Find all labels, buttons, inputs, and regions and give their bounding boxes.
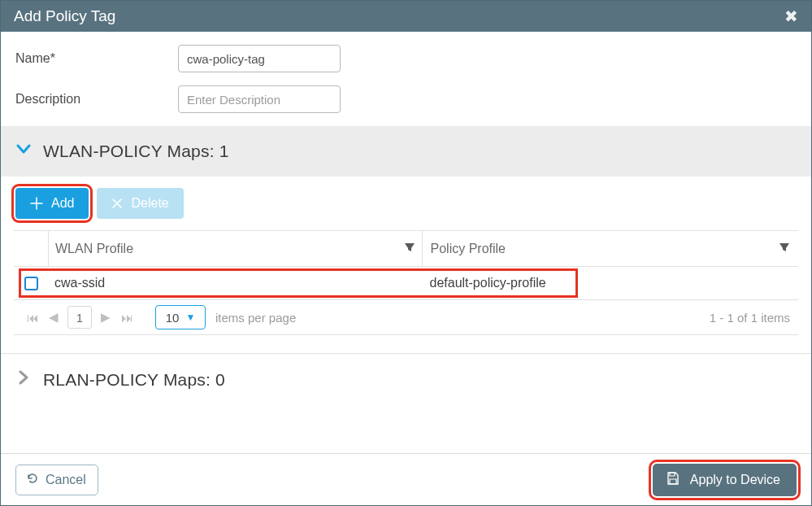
prev-page-icon[interactable]: ◀ — [43, 310, 64, 325]
pager-summary: 1 - 1 of 1 items — [710, 311, 790, 325]
dialog-body: Name* Description WLAN-POLICY Maps: 1 Ad… — [1, 32, 811, 453]
wlan-policy-grid: WLAN Profile Policy Profile cw — [14, 230, 798, 335]
row-checkbox-cell[interactable] — [14, 277, 48, 290]
add-button-label: Add — [51, 196, 74, 211]
items-per-page-select[interactable]: 10 ▼ — [155, 305, 206, 329]
filter-icon[interactable] — [779, 242, 790, 256]
table-row[interactable]: cwa-ssid default-policy-profile — [14, 267, 798, 299]
plus-icon — [30, 197, 43, 210]
wlan-profile-cell: cwa-ssid — [48, 276, 422, 290]
save-icon — [666, 471, 680, 489]
first-page-icon[interactable]: ⏮ — [22, 311, 43, 325]
name-label: Name* — [15, 51, 178, 66]
wlan-profile-value: cwa-ssid — [54, 276, 105, 290]
cancel-button-label: Cancel — [46, 473, 86, 487]
description-label: Description — [15, 92, 178, 107]
description-row: Description — [15, 85, 797, 113]
x-icon — [111, 198, 123, 209]
chevron-right-icon — [15, 369, 32, 390]
close-icon[interactable]: ✖ — [784, 8, 798, 24]
items-per-page-label: items per page — [215, 311, 296, 325]
delete-button-label: Delete — [131, 196, 168, 211]
apply-button-label: Apply to Device — [690, 473, 780, 487]
grid-header: WLAN Profile Policy Profile — [14, 231, 798, 267]
items-per-page-value: 10 — [166, 311, 180, 325]
chevron-down-icon — [15, 141, 32, 162]
pager: ⏮ ◀ 1 ▶ ⏭ 10 ▼ items per page 1 - 1 of 1… — [14, 299, 798, 335]
next-page-icon[interactable]: ▶ — [95, 310, 116, 325]
wlan-profile-header[interactable]: WLAN Profile — [48, 231, 422, 266]
cancel-button[interactable]: Cancel — [15, 465, 98, 495]
name-row: Name* — [15, 45, 797, 72]
last-page-icon[interactable]: ⏭ — [116, 311, 137, 325]
add-policy-tag-dialog: Add Policy Tag ✖ Name* Description WLAN-… — [0, 0, 812, 506]
rlan-section-title: RLAN-POLICY Maps: 0 — [43, 370, 225, 390]
filter-icon[interactable] — [404, 242, 415, 256]
undo-icon — [26, 472, 39, 488]
caret-down-icon: ▼ — [185, 312, 195, 323]
policy-profile-value: default-policy-profile — [430, 276, 546, 290]
policy-profile-header[interactable]: Policy Profile — [422, 231, 799, 266]
description-input[interactable] — [178, 85, 341, 113]
dialog-titlebar: Add Policy Tag ✖ — [1, 1, 811, 32]
wlan-policy-section-header[interactable]: WLAN-POLICY Maps: 1 — [1, 126, 811, 177]
page-number[interactable]: 1 — [67, 306, 92, 329]
name-input[interactable] — [178, 45, 341, 72]
row-checkbox[interactable] — [24, 277, 38, 290]
policy-profile-cell: default-policy-profile — [422, 276, 799, 290]
delete-button[interactable]: Delete — [97, 188, 183, 219]
policy-profile-header-label: Policy Profile — [431, 242, 506, 256]
dialog-title: Add Policy Tag — [14, 7, 115, 25]
add-button[interactable]: Add — [15, 188, 89, 219]
apply-to-device-button[interactable]: Apply to Device — [653, 464, 797, 496]
rlan-policy-section-header[interactable]: RLAN-POLICY Maps: 0 — [1, 353, 811, 405]
wlan-toolbar: Add Delete — [15, 177, 797, 230]
dialog-footer: Cancel Apply to Device — [1, 453, 811, 505]
wlan-section-title: WLAN-POLICY Maps: 1 — [43, 142, 229, 161]
wlan-profile-header-label: WLAN Profile — [55, 242, 133, 256]
